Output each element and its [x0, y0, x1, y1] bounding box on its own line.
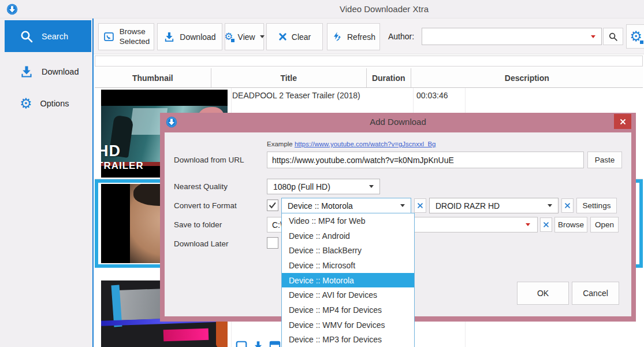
refresh-icon [332, 31, 343, 42]
format-combobox[interactable]: Device :: Motorola [281, 198, 411, 213]
dropdown-item[interactable]: Video :: MP4 for Web [282, 213, 414, 228]
url-field-label: Download from URL [174, 156, 244, 164]
folder-dropdown-caret-icon[interactable] [526, 223, 530, 226]
example-line: Example https://www.youtube.com/watch?v=… [267, 141, 435, 147]
author-dropdown-caret-icon[interactable] [591, 35, 595, 38]
column-header-duration[interactable]: Duration [367, 68, 411, 87]
sidebar-item-label: Download [42, 67, 79, 76]
example-url-link[interactable]: https://www.youtube.com/watch?v=gJscnxxl… [295, 141, 436, 147]
titlebar: Video Downloader Xtra [0, 0, 644, 19]
table-header: Thumbnail Title Duration Description [95, 68, 643, 88]
dropdown-item[interactable]: Device :: Microsoft [282, 258, 414, 273]
chevron-down-icon [400, 204, 405, 207]
format-clear-button[interactable] [414, 198, 426, 213]
device-value: DROID RAZR HD [435, 201, 500, 211]
x-icon [417, 202, 423, 209]
column-header-thumbnail[interactable]: Thumbnail [95, 68, 211, 87]
grid-settings-button[interactable]: ⚙ [626, 24, 644, 49]
sidebar-item-label: Search [42, 32, 68, 41]
format-value: Device :: Motorola [288, 201, 353, 211]
sidebar-item-options[interactable]: ⚙ Options [5, 88, 91, 119]
folder-field-label: Save to folder [174, 220, 222, 229]
dropdown-item[interactable]: Device :: MP3 for Devices [282, 332, 414, 347]
row-action-download-icon[interactable] [252, 340, 265, 347]
format-field-label: Convert to Format [174, 201, 237, 210]
dialog-title: Add Download [160, 117, 636, 127]
row-action-schedule-icon[interactable] [269, 340, 281, 347]
format-checkbox[interactable] [267, 200, 278, 211]
device-clear-button[interactable] [561, 198, 574, 213]
author-label: Author: [388, 32, 414, 41]
thumbnail-watermark: TRAILER [101, 160, 144, 172]
browse-selected-icon [103, 31, 115, 43]
search-icon [20, 29, 33, 43]
chevron-down-icon [548, 204, 552, 207]
chevron-down-icon [369, 185, 374, 188]
column-header-description[interactable]: Description [411, 68, 643, 87]
browse-button[interactable]: Browse [554, 217, 587, 232]
download-icon [163, 31, 175, 43]
column-header-title[interactable]: Title [211, 68, 367, 87]
dropdown-item[interactable]: Device :: Android [282, 228, 414, 243]
check-icon [269, 201, 277, 209]
dropdown-item[interactable]: Device :: AVI for Devices [282, 287, 414, 302]
toolbar: BrowseSelected Download ⚙ View Clear [94, 19, 644, 54]
cancel-button[interactable]: Cancel [572, 282, 619, 305]
download-later-checkbox[interactable] [267, 237, 278, 249]
open-button[interactable]: Open [590, 217, 619, 232]
clear-button[interactable]: Clear [266, 23, 323, 50]
dropdown-item[interactable]: Device :: WMV for Devices [282, 318, 414, 333]
url-input[interactable] [267, 152, 584, 168]
sidebar-item-search[interactable]: Search [5, 20, 91, 52]
thumbnail-watermark: HD [101, 142, 121, 160]
example-label: Example [267, 141, 293, 147]
dropdown-item[interactable]: Device :: Motorola [282, 273, 414, 288]
dropdown-item[interactable]: Device :: MP4 for Devices [282, 302, 414, 318]
sidebar: Search Download ⚙ Options [0, 19, 94, 347]
paste-button[interactable]: Paste [587, 152, 622, 168]
row-action-browse-icon[interactable] [235, 340, 248, 347]
row-action-buttons [235, 340, 281, 347]
gear-grid-icon: ⚙ [630, 29, 642, 43]
x-icon [543, 222, 549, 228]
quality-combobox[interactable]: 1080p (Full HD) [267, 179, 380, 194]
download-icon [20, 65, 33, 79]
app-window: Video Downloader Xtra Search Download ⚙ … [0, 0, 644, 347]
table-filter-bar[interactable] [95, 56, 643, 67]
ok-button[interactable]: OK [517, 282, 569, 305]
author-search-button[interactable] [603, 28, 623, 45]
app-logo-icon [6, 3, 18, 15]
view-button[interactable]: ⚙ View [225, 23, 264, 50]
refresh-button-label: Refresh [347, 32, 375, 42]
browse-selected-label: BrowseSelected [120, 27, 150, 47]
refresh-button[interactable]: Refresh [327, 23, 380, 50]
quality-value: 1080p (Full HD) [273, 182, 330, 191]
video-title: DEADPOOL 2 Teaser Trailer (2018) [232, 91, 360, 100]
x-icon [564, 202, 571, 209]
author-combobox[interactable] [422, 28, 602, 45]
download-button[interactable]: Download [157, 23, 222, 50]
folder-clear-button[interactable] [540, 217, 552, 232]
clear-button-label: Clear [292, 32, 311, 42]
dropdown-item[interactable]: Device :: BlackBerry [282, 243, 414, 258]
window-title: Video Downloader Xtra [340, 4, 429, 14]
sidebar-item-label: Options [40, 99, 69, 108]
settings-button[interactable]: Settings [576, 198, 617, 213]
later-field-label: Download Later [174, 239, 229, 248]
clear-x-icon [278, 32, 287, 41]
chevron-down-icon [260, 35, 265, 38]
close-icon [620, 119, 626, 125]
sidebar-item-download[interactable]: Download [5, 57, 91, 87]
dialog-header: Add Download [160, 113, 636, 132]
download-button-label: Download [180, 32, 215, 42]
gear-icon: ⚙ [20, 97, 32, 110]
view-button-label: View [238, 32, 255, 42]
quality-field-label: Nearest Quality [174, 182, 228, 191]
format-dropdown-list: Video :: MP4 for WebDevice :: AndroidDev… [281, 213, 415, 347]
device-combobox[interactable]: DROID RAZR HD [429, 198, 559, 213]
video-duration: 00:03:46 [416, 91, 448, 100]
close-button[interactable] [614, 114, 631, 129]
view-gear-icon: ⚙ [224, 32, 233, 42]
browse-selected-button[interactable]: BrowseSelected [98, 23, 154, 50]
